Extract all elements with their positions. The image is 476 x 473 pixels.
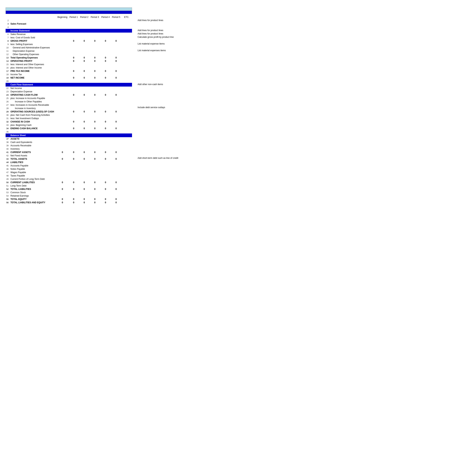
table-row: BeginningPeriod 1Period 2Period 3Period … [6,16,132,19]
row-label: Depreciation Expense [10,90,56,93]
table-row: 41CURRENT ASSETS000000 [6,151,132,154]
table-row: 43TOTAL ASSETS000000 [6,157,132,161]
table-row: 12Other Operating Expenses [6,53,132,56]
row-label: Other Operating Expenses [10,53,56,56]
table-row: 5Income Statement [6,29,132,33]
row-label: less: Increases in Accounts Receivable [10,103,56,107]
table-row: 22Net Income [6,87,132,90]
table-row: 45Accounts Payable [6,164,132,167]
row-label: PRE-TAX INCOME [10,70,56,73]
side-notes-panel: Add lines for product linesAdd lines for… [137,7,470,166]
table-row: 49Current Portion of Long-Term Debt [6,177,132,181]
row-number: 25 [6,97,10,100]
table-row: 21Cash Flow Statement [6,83,132,87]
row-number: 36 [6,133,10,137]
row-number: 9 [6,43,10,46]
side-note: Add short-term debt such as line of cred… [137,156,178,160]
row-label: Sales Forecast [10,22,56,25]
row-label: CURRENT LIABILITIES [10,181,56,184]
row-label: Retained Earnings [10,194,56,198]
table-row: 52TOTAL LIABILITIES000000 [6,187,132,191]
table-row: 31less: Net Investment Outlays [6,117,132,120]
row-number: 20 [6,79,10,83]
row-number: 11 [6,49,10,53]
row-label: Long-Term Debt [10,184,56,187]
table-row: 40Inventory [6,147,132,151]
row-number: 37 [6,137,10,141]
table-row: 37ASSETS [6,137,132,141]
section-label: Cash Flow Statement [10,83,132,87]
row-number: 5 [6,29,10,33]
row-label: plus: Net Cash from Financing Activities [10,113,56,117]
row-label: General and Administrative Expenses [10,46,56,49]
table-row: 28Increase in Inventory [6,107,132,110]
table-row: 44LIABILITIES [6,161,132,164]
table-row: 51Long-Term Debt [6,184,132,187]
row-number: 40 [6,147,10,151]
row-number: 10 [6,46,10,49]
table-row: 47Wages Payable [6,171,132,174]
row-number: 8 [6,39,10,43]
row-number: 3 [6,22,10,25]
side-note: Include debt service outlays [137,106,165,109]
row-number: 44 [6,161,10,164]
row-label: Common Stock [10,191,56,194]
table-row: 55TOTAL EQUITY000000 [6,198,132,201]
table-row: 19NET INCOME00000 [6,76,132,79]
row-number: 52 [6,187,10,191]
row-label: OPERATING PROFIT [10,59,56,63]
table-row: 16plus: Interest and Other Income [6,66,132,70]
table-row: 14OPERATING PROFIT00000 [6,59,132,63]
row-label: Inventory [10,147,56,151]
row-number: 18 [6,73,10,76]
table-row: 48Taxes Payable [6,174,132,177]
section-label: Balance Sheet [10,133,132,137]
table-row: 7less: Cost of Goods Sold [6,36,132,39]
table-row: 17PRE-TAX INCOME00000 [6,70,132,73]
row-number: 35 [6,130,10,133]
row-number: 19 [6,76,10,79]
row-label: CURRENT ASSETS [10,151,56,154]
table-row: 3Sales Forecast [6,22,132,25]
table-row: 2 [6,19,132,22]
side-note: Add lines for product lines [137,18,163,22]
table-row: 56TOTAL LIABILITIES AND EQUITY000000 [6,201,132,204]
row-label: plus: Beginning Cash [10,123,56,127]
table-row: 30plus: Net Cash from Financing Activiti… [6,113,132,117]
table-row: 38Cash and Equivalents [6,141,132,144]
table-row: 26Increase in Other Payables [6,100,132,103]
row-label: ENDING CASH BALANCE [10,127,56,130]
row-number: 42 [6,154,10,157]
table-row: 24OPERATING CASH FLOW00000 [6,93,132,97]
row-label: ASSETS [10,137,56,141]
table-row: 25plus: Increase in Accounts Payable [6,97,132,100]
row-number: 14 [6,59,10,63]
spreadsheet-container: BeginningPeriod 1Period 2Period 3Period … [6,7,132,206]
row-label: Accounts Receivable [10,144,56,147]
row-label: Wages Payable [10,171,56,174]
row-label: less: Interest and Other Expenses [10,63,56,66]
table-row: 32CHANGE IN CASH00000 [6,120,132,123]
table-row: 33plus: Beginning Cash [6,123,132,127]
row-label: Accounts Payable [10,164,56,167]
row-number: 56 [6,201,10,204]
row-number: 41 [6,151,10,154]
row-label: TOTAL LIABILITIES AND EQUITY [10,201,56,204]
row-label: Depreciation Expense [10,49,56,53]
row-number: 17 [6,70,10,73]
row-number: 21 [6,83,10,87]
table-row: 39Accounts Receivable [6,144,132,147]
table-row: 9less: Selling Expenses [6,43,132,46]
row-number: 13 [6,56,10,59]
row-label: less: Net Investment Outlays [10,117,56,120]
table-row: 27less: Increases in Accounts Receivable [6,103,132,107]
table-row: 35 [6,130,132,133]
row-label: Increase in Inventory [10,107,56,110]
table-row: 54Retained Earnings [6,194,132,198]
row-number: 7 [6,36,10,39]
side-note: List material expenses items [137,49,166,52]
table-row: 50CURRENT LIABILITIES000000 [6,181,132,184]
table-row: 10General and Administrative Expenses [6,46,132,49]
row-label: OPERATING CASH FLOW [10,93,56,97]
side-note: List material expense items [137,42,165,46]
